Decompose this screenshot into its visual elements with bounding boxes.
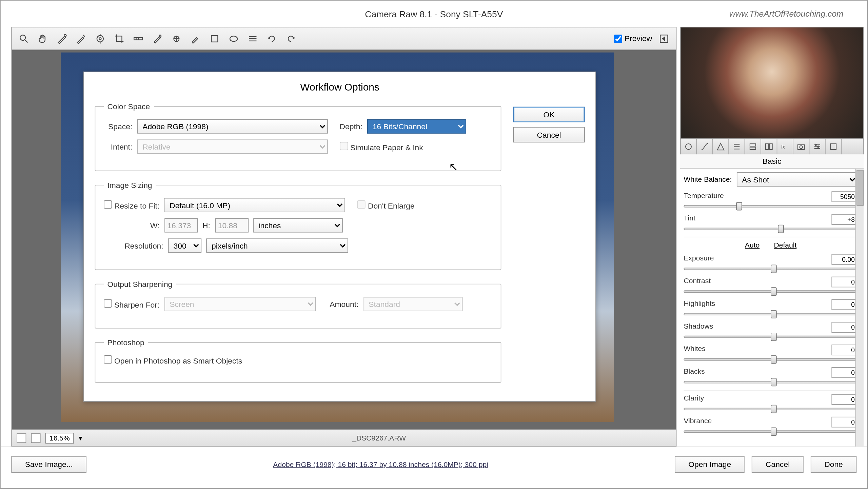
adjustment-blacks: Blacks xyxy=(684,367,857,386)
dialog-title: Workflow Options xyxy=(95,79,585,102)
workflow-link[interactable]: Adobe RGB (1998); 16 bit; 16.37 by 10.88… xyxy=(94,460,667,468)
temperature-input[interactable] xyxy=(831,191,857,202)
simulate-checkbox[interactable]: Simulate Paper & Ink xyxy=(340,142,423,152)
radial-filter-tool-icon[interactable] xyxy=(226,31,241,45)
bottom-bar: Save Image... Adobe RGB (1998); 16 bit; … xyxy=(1,447,867,481)
status-icon-2[interactable] xyxy=(31,433,40,443)
dont-enlarge-checkbox[interactable]: Don't Enlarge xyxy=(357,200,415,210)
smart-objects-checkbox[interactable]: Open in Photoshop as Smart Objects xyxy=(104,355,242,366)
image-sizing-fieldset: Image Sizing Resize to Fit: Default (16.… xyxy=(95,181,501,270)
zoom-tool-icon[interactable] xyxy=(17,31,31,45)
hsl-tab-icon[interactable] xyxy=(729,139,745,154)
workflow-options-dialog: Workflow Options Color Space Space: Adob… xyxy=(83,72,596,402)
svg-rect-25 xyxy=(750,147,756,149)
cancel-button[interactable]: Cancel xyxy=(513,127,585,142)
ok-button[interactable]: OK xyxy=(513,107,585,122)
targeted-adjustment-tool-icon[interactable] xyxy=(93,31,107,45)
color-sampler-tool-icon[interactable] xyxy=(74,31,88,45)
contrast-slider[interactable] xyxy=(684,287,857,296)
tint-input[interactable] xyxy=(831,214,857,225)
highlights-slider[interactable] xyxy=(684,310,857,318)
resize-checkbox[interactable]: Resize to Fit: xyxy=(104,200,159,210)
space-select[interactable]: Adobe RGB (1998) xyxy=(137,119,328,134)
hand-tool-icon[interactable] xyxy=(36,31,50,45)
curves-tab-icon[interactable] xyxy=(697,139,713,154)
adjustment-shadows: Shadows xyxy=(684,322,857,341)
unit-select[interactable]: inches xyxy=(253,218,343,232)
auto-link[interactable]: Auto xyxy=(745,241,760,249)
detail-tab-icon[interactable] xyxy=(713,139,729,154)
highlights-input[interactable] xyxy=(831,299,857,310)
image-canvas[interactable]: Workflow Options Color Space Space: Adob… xyxy=(12,50,676,429)
white-balance-tool-icon[interactable] xyxy=(55,31,69,45)
adjustment-tint: Tint xyxy=(684,214,857,233)
resolution-input[interactable]: 300 xyxy=(168,238,201,253)
svg-rect-14 xyxy=(211,35,218,42)
sharpen-checkbox[interactable]: Sharpen For: xyxy=(104,299,159,309)
blacks-slider[interactable] xyxy=(684,378,857,387)
zoom-level[interactable]: 16.5% xyxy=(45,432,74,443)
whites-slider[interactable] xyxy=(684,355,857,364)
whites-input[interactable] xyxy=(831,345,857,355)
shadows-slider[interactable] xyxy=(684,333,857,341)
split-tone-tab-icon[interactable] xyxy=(745,139,761,154)
adjustment-temperature: Temperature xyxy=(684,191,857,210)
rotate-ccw-icon[interactable] xyxy=(265,31,279,45)
shadows-input[interactable] xyxy=(831,322,857,333)
resolution-unit-select[interactable]: pixels/inch xyxy=(206,238,348,253)
panel-title: Basic xyxy=(680,154,864,169)
fx-tab-icon[interactable]: fx xyxy=(777,139,793,154)
straighten-tool-icon[interactable] xyxy=(131,31,145,45)
blacks-input[interactable] xyxy=(831,367,857,378)
clarity-slider[interactable] xyxy=(684,405,857,413)
amount-select[interactable]: Standard xyxy=(363,297,462,311)
exposure-input[interactable] xyxy=(831,254,857,265)
depth-select[interactable]: 16 Bits/Channel xyxy=(367,119,466,134)
vibrance-input[interactable] xyxy=(831,417,857,428)
status-icon-1[interactable] xyxy=(17,433,26,443)
height-input[interactable] xyxy=(215,218,248,232)
svg-point-34 xyxy=(815,144,816,145)
svg-point-4 xyxy=(99,37,101,39)
photoshop-fieldset: Photoshop Open in Photoshop as Smart Obj… xyxy=(95,338,501,383)
app-title: Camera Raw 8.1 - Sony SLT-A55V xyxy=(365,8,503,19)
bottom-cancel-button[interactable]: Cancel xyxy=(752,456,804,472)
vibrance-slider[interactable] xyxy=(684,427,857,436)
temperature-slider[interactable] xyxy=(684,202,857,211)
contrast-input[interactable] xyxy=(831,277,857,288)
adjustment-brush-tool-icon[interactable] xyxy=(189,31,203,45)
done-button[interactable]: Done xyxy=(811,456,857,472)
fullscreen-icon[interactable] xyxy=(657,31,671,45)
open-image-button[interactable]: Open Image xyxy=(675,456,745,472)
sharpen-select[interactable]: Screen xyxy=(164,297,316,311)
red-eye-tool-icon[interactable] xyxy=(169,31,183,45)
spot-removal-tool-icon[interactable] xyxy=(150,31,164,45)
clarity-input[interactable] xyxy=(831,394,857,405)
snapshots-tab-icon[interactable] xyxy=(826,139,842,154)
graduated-filter-tool-icon[interactable] xyxy=(208,31,222,45)
panel-scrollbar[interactable] xyxy=(855,169,864,447)
basic-panel: White Balance: As Shot TemperatureTintAu… xyxy=(680,169,864,447)
adjustment-highlights: Highlights xyxy=(684,299,857,318)
zoom-dropdown-icon[interactable]: ▾ xyxy=(79,434,82,442)
preferences-tool-icon[interactable] xyxy=(245,31,260,45)
crop-tool-icon[interactable] xyxy=(112,31,126,45)
rotate-cw-icon[interactable] xyxy=(284,31,298,45)
intent-select[interactable]: Relative xyxy=(137,139,328,154)
save-image-button[interactable]: Save Image... xyxy=(11,456,86,472)
camera-tab-icon[interactable] xyxy=(793,139,809,154)
panel-tabstrip: fx xyxy=(680,139,864,155)
lens-tab-icon[interactable] xyxy=(761,139,777,154)
tint-slider[interactable] xyxy=(684,225,857,233)
svg-point-2 xyxy=(64,34,66,36)
preview-checkbox[interactable]: Preview xyxy=(614,34,652,43)
resize-select[interactable]: Default (16.0 MP) xyxy=(164,198,345,212)
presets-tab-icon[interactable] xyxy=(809,139,825,154)
basic-tab-icon[interactable] xyxy=(681,139,697,154)
width-input[interactable] xyxy=(164,218,198,232)
white-balance-select[interactable]: As Shot xyxy=(736,172,857,187)
svg-point-10 xyxy=(159,35,161,37)
exposure-slider[interactable] xyxy=(684,265,857,273)
svg-rect-36 xyxy=(830,143,836,149)
default-link[interactable]: Default xyxy=(774,241,796,249)
